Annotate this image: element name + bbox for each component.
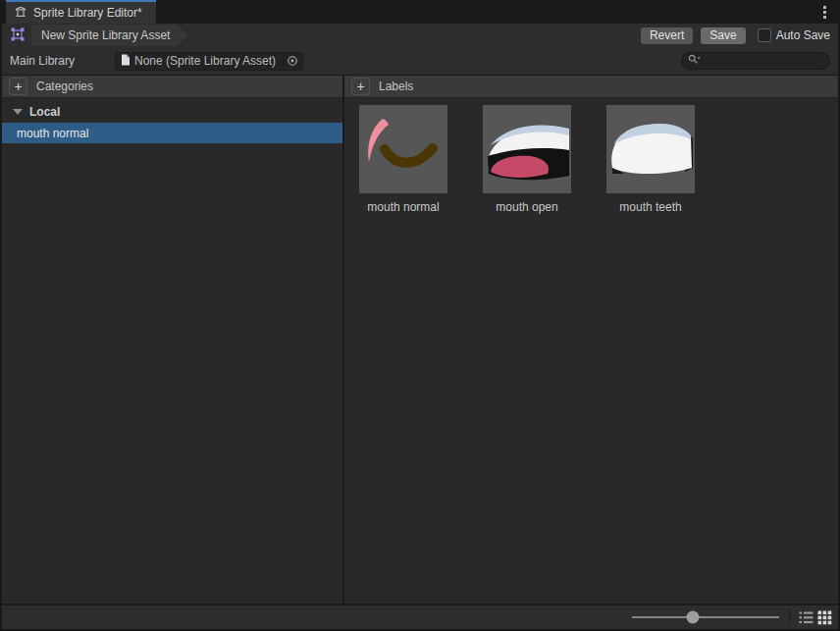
sprite-thumbnail-mouth-teeth <box>606 105 695 193</box>
main-library-label: Main Library <box>10 54 115 68</box>
object-picker-icon[interactable] <box>283 53 300 70</box>
label-name: mouth teeth <box>619 200 681 214</box>
add-label-button[interactable]: + <box>351 78 370 95</box>
tab-sprite-library-editor[interactable]: Sprite Library Editor* <box>6 0 156 24</box>
toolbar: New Sprite Library Asset Revert Save Aut… <box>2 24 838 47</box>
revert-button[interactable]: Revert <box>641 27 693 44</box>
list-view-icon[interactable] <box>798 609 814 625</box>
category-row-mouth-normal[interactable]: mouth normal <box>2 123 342 143</box>
categories-header: + Categories <box>2 76 342 98</box>
document-icon <box>121 54 131 69</box>
labels-header: + Labels <box>344 76 838 98</box>
slider-track <box>632 616 779 618</box>
labels-grid-area: mouth normal mouth <box>344 98 838 604</box>
main-library-row: Main Library None (Sprite Library Asset) <box>2 47 838 75</box>
tab-title: Sprite Library Editor* <box>33 6 142 20</box>
categories-panel: + Categories Local mouth normal <box>2 76 344 604</box>
tab-bar: Sprite Library Editor* <box>0 0 840 24</box>
save-button[interactable]: Save <box>701 27 745 44</box>
breadcrumb-label: New Sprite Library Asset <box>41 28 170 42</box>
search-box[interactable] <box>681 52 830 70</box>
category-label: mouth normal <box>17 127 88 140</box>
label-item-mouth-normal[interactable]: mouth normal <box>359 105 447 214</box>
auto-save-label: Auto Save <box>776 28 830 42</box>
label-item-mouth-teeth[interactable]: mouth teeth <box>606 105 695 214</box>
labels-panel: + Labels mouth normal <box>344 76 838 604</box>
local-foldout-label: Local <box>29 105 60 119</box>
window-body: New Sprite Library Asset Revert Save Aut… <box>2 24 838 629</box>
breadcrumb-new-sprite-library-asset[interactable]: New Sprite Library Asset <box>31 25 187 46</box>
foldout-arrow-icon <box>13 109 23 115</box>
categories-list: Local mouth normal <box>2 98 342 604</box>
label-name: mouth normal <box>367 200 439 214</box>
panels: + Categories Local mouth normal + <box>2 75 838 604</box>
bottom-bar <box>2 604 838 629</box>
main-library-object-field[interactable]: None (Sprite Library Asset) <box>115 52 303 71</box>
categories-title: Categories <box>36 79 93 93</box>
label-item-mouth-open[interactable]: mouth open <box>483 105 571 214</box>
sprite-library-icon <box>14 5 27 22</box>
label-name: mouth open <box>496 200 557 214</box>
thumbnail-size-slider[interactable] <box>632 610 779 624</box>
sprite-thumbnail-mouth-normal <box>359 105 447 193</box>
auto-save-checkbox[interactable] <box>758 28 771 42</box>
thumbnail-size-slider-knob[interactable] <box>686 611 699 624</box>
labels-title: Labels <box>379 79 413 93</box>
grid-view-icon[interactable] <box>816 609 832 625</box>
bottom-bar-divider <box>789 609 790 625</box>
object-field-value: None (Sprite Library Asset) <box>134 54 283 68</box>
search-input[interactable] <box>702 54 823 68</box>
add-category-button[interactable]: + <box>9 78 27 95</box>
local-foldout[interactable]: Local <box>2 101 342 123</box>
search-icon <box>688 54 702 69</box>
sprite-library-editor-window: Sprite Library Editor* New Sprite Librar… <box>0 0 840 631</box>
window-menu-kebab-icon[interactable] <box>816 4 832 20</box>
sprite-asset-icon <box>10 26 26 45</box>
sprite-thumbnail-mouth-open <box>483 105 571 193</box>
